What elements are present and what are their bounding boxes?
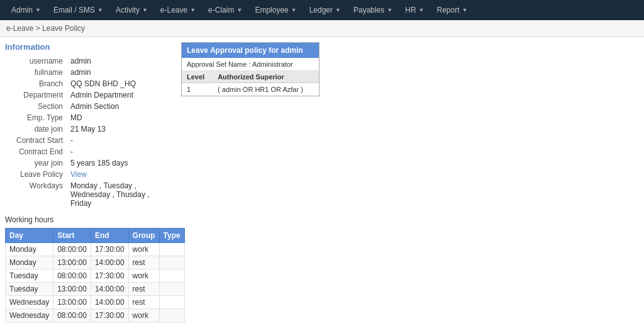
info-value: QQ SDN BHD _HQ — [68, 78, 175, 89]
working-hours-title: Working hours — [5, 215, 175, 224]
chevron-down-icon: ▼ — [335, 7, 341, 13]
table-row: Tuesday08:00:0017:30:00work — [6, 269, 185, 283]
info-value: 21 May 13 — [68, 123, 175, 135]
cell-day: Monday — [6, 256, 53, 269]
cell-day: Wednesday — [6, 309, 53, 322]
approval-table: Level Authorized Superior 1( admin OR HR… — [182, 71, 319, 96]
info-label: Emp. Type — [5, 112, 68, 123]
chevron-down-icon: ▼ — [190, 7, 196, 13]
info-row: usernameadmin — [5, 55, 175, 67]
nav-item-hr[interactable]: HR ▼ — [399, 0, 430, 20]
info-value: - — [68, 146, 175, 157]
info-label: Section — [5, 101, 68, 112]
cell-end: 14:00:00 — [91, 283, 128, 296]
nav-item-ledger[interactable]: Ledger ▼ — [303, 0, 347, 20]
chevron-down-icon: ▼ — [291, 7, 297, 13]
cell-start: 08:00:00 — [53, 309, 91, 322]
cell-start: 08:00:00 — [53, 243, 91, 256]
table-row: Monday13:00:0014:00:00rest — [6, 256, 185, 269]
chevron-down-icon: ▼ — [462, 7, 468, 13]
breadcrumb-leave-policy: Leave Policy — [42, 24, 85, 33]
info-value: Admin Section — [68, 101, 175, 112]
info-label: Department — [5, 89, 68, 101]
chevron-down-icon: ▼ — [387, 7, 392, 13]
approval-box: Leave Approval policy for admin Approval… — [181, 42, 319, 96]
info-row: date join21 May 13 — [5, 123, 175, 135]
breadcrumb-eleave[interactable]: e-Leave — [6, 24, 33, 33]
approval-level: 1 — [182, 83, 213, 96]
info-row: year join5 years 185 days — [5, 157, 175, 169]
cell-end: 17:30:00 — [91, 309, 128, 322]
cell-start: 13:00:00 — [53, 256, 91, 269]
chevron-down-icon: ▼ — [142, 7, 148, 13]
breadcrumb: e-Leave > Leave Policy — [0, 20, 644, 37]
cell-end: 14:00:00 — [91, 256, 128, 269]
info-value: admin — [68, 55, 175, 67]
table-row: Wednesday08:00:0017:30:00work — [6, 309, 185, 322]
nav-item-activity[interactable]: Activity ▼ — [109, 0, 154, 20]
nav-item-payables[interactable]: Payables ▼ — [347, 0, 399, 20]
info-label: fullname — [5, 67, 68, 78]
chevron-down-icon: ▼ — [35, 7, 41, 13]
info-row: Emp. TypeMD — [5, 112, 175, 123]
info-section-title: Information — [5, 42, 175, 52]
info-label: Leave Policy — [5, 169, 68, 180]
info-row: Contract Start- — [5, 135, 175, 146]
nav-item-eclaim[interactable]: e-Claim ▼ — [202, 0, 248, 20]
info-value: Admin Department — [68, 89, 175, 101]
table-row: Tuesday13:00:0014:00:00rest — [6, 283, 185, 296]
approval-col-authorized: Authorized Superior — [213, 71, 319, 83]
navbar: Admin ▼ Email / SMS ▼ Activity ▼ e-Leave… — [0, 0, 644, 20]
info-row: fullnameadmin — [5, 67, 175, 78]
approval-authorized: ( admin OR HR1 OR Azfar ) — [213, 83, 319, 96]
info-value: Monday , Tuesday , Wednesday , Thusday ,… — [68, 180, 175, 209]
info-value: 5 years 185 days — [68, 157, 175, 169]
cell-end: 17:30:00 — [91, 269, 128, 283]
cell-group: rest — [128, 256, 159, 269]
chevron-down-icon: ▼ — [236, 7, 242, 13]
info-label: Contract Start — [5, 135, 68, 146]
nav-item-eleave[interactable]: e-Leave ▼ — [154, 0, 202, 20]
nav-item-report[interactable]: Report ▼ — [431, 0, 474, 20]
cell-group: work — [128, 243, 159, 256]
cell-group: work — [128, 269, 159, 283]
leave-policy-link[interactable]: View — [70, 170, 87, 179]
info-label: username — [5, 55, 68, 67]
nav-item-employee[interactable]: Employee ▼ — [248, 0, 303, 20]
main-content: Information usernameadminfullnameadminBr… — [0, 37, 644, 323]
col-group: Group — [128, 229, 159, 243]
cell-end: 14:00:00 — [91, 296, 128, 309]
right-panel: Leave Approval policy for admin Approval… — [181, 42, 639, 323]
approval-subheader: Approval Set Name : Administrator — [182, 58, 319, 71]
approval-row: 1( admin OR HR1 OR Azfar ) — [182, 83, 319, 96]
info-value[interactable]: View — [68, 169, 175, 180]
info-value: MD — [68, 112, 175, 123]
left-panel: Information usernameadminfullnameadminBr… — [5, 42, 175, 323]
info-row: Contract End- — [5, 146, 175, 157]
col-day: Day — [6, 229, 53, 243]
cell-group: rest — [128, 283, 159, 296]
info-row: Leave PolicyView — [5, 169, 175, 180]
info-label: Branch — [5, 78, 68, 89]
col-end: End — [91, 229, 128, 243]
approval-col-level: Level — [182, 71, 213, 83]
info-value: - — [68, 135, 175, 146]
nav-item-email-sms[interactable]: Email / SMS ▼ — [47, 0, 109, 20]
cell-start: 08:00:00 — [53, 269, 91, 283]
info-row: SectionAdmin Section — [5, 101, 175, 112]
working-hours-table: Day Start End Group Type Monday08:00:001… — [5, 228, 185, 323]
col-start: Start — [53, 229, 91, 243]
cell-day: Monday — [6, 243, 53, 256]
cell-day: Tuesday — [6, 283, 53, 296]
info-label: year join — [5, 157, 68, 169]
info-row: BranchQQ SDN BHD _HQ — [5, 78, 175, 89]
info-label: date join — [5, 123, 68, 135]
approval-header: Leave Approval policy for admin — [182, 43, 319, 58]
cell-end: 17:30:00 — [91, 243, 128, 256]
nav-item-admin[interactable]: Admin ▼ — [5, 0, 47, 20]
cell-day: Tuesday — [6, 269, 53, 283]
cell-group: work — [128, 309, 159, 322]
cell-start: 13:00:00 — [53, 283, 91, 296]
info-label: Workdays — [5, 180, 68, 209]
cell-day: Wednesday — [6, 296, 53, 309]
